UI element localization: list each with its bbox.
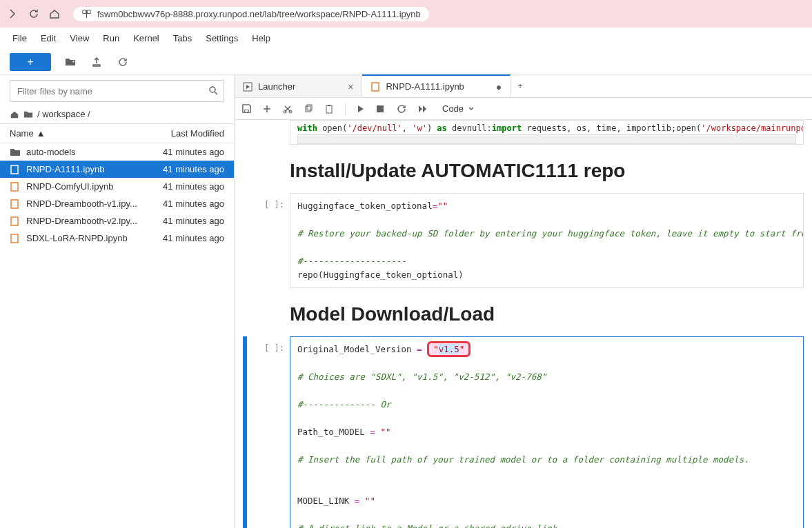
notebook-icon — [10, 234, 21, 243]
tab-launcher[interactable]: Launcher × — [235, 74, 362, 97]
menu-tabs[interactable]: Tabs — [166, 30, 199, 46]
file-name: RNPD-Dreambooth-v1.ipy... — [26, 199, 137, 209]
breadcrumb[interactable]: / workspace / — [0, 105, 234, 123]
new-tab-button[interactable]: + — [511, 74, 530, 97]
horizontal-scrollbar[interactable] — [297, 134, 796, 144]
restart-icon[interactable] — [397, 104, 408, 114]
cut-icon[interactable] — [283, 104, 294, 114]
svg-rect-7 — [11, 183, 18, 191]
copy-icon[interactable] — [304, 104, 315, 114]
tab-bar: Launcher × RNPD-A1111.ipynb ● + — [235, 74, 812, 98]
col-name[interactable]: Name ▲ — [10, 128, 46, 139]
svg-point-4 — [210, 87, 215, 92]
file-browser: / workspace / Name ▲ Last Modified auto-… — [0, 74, 235, 528]
menu-file[interactable]: File — [6, 30, 34, 46]
notebook-icon — [10, 199, 21, 209]
cell-code-snippet[interactable]: with open('/dev/null', 'w') as devnull:i… — [290, 120, 804, 145]
cell-type-selector[interactable]: Code — [442, 103, 475, 114]
dirty-indicator-icon[interactable]: ● — [496, 81, 502, 92]
code-cell-active[interactable]: [ ]: Original_Model_Version = "v1.5" # C… — [243, 336, 804, 528]
file-modified: 41 minutes ago — [163, 164, 224, 174]
folder-icon — [23, 110, 33, 119]
svg-rect-1 — [87, 10, 90, 13]
menu-edit[interactable]: Edit — [34, 30, 63, 46]
cell-input[interactable]: Huggingface_token_optional="" # Restore … — [290, 193, 804, 288]
file-row[interactable]: RNPD-ComfyUI.ipynb41 minutes ago — [0, 178, 234, 195]
url-bar[interactable]: fswm0bcbwwv76p-8888.proxy.runpod.net/lab… — [73, 7, 429, 21]
refresh-icon[interactable] — [116, 55, 130, 69]
notebook-icon — [370, 82, 380, 92]
svg-line-5 — [215, 92, 217, 94]
file-modified: 41 minutes ago — [163, 199, 224, 209]
cell-prompt: [ ]: — [247, 336, 290, 528]
heading-install: Install/Update AUTOMATIC1111 repo — [290, 160, 804, 182]
launcher-icon — [243, 82, 252, 92]
search-icon — [208, 85, 219, 96]
browser-bar: fswm0bcbwwv76p-8888.proxy.runpod.net/lab… — [0, 0, 812, 28]
file-row[interactable]: auto-models41 minutes ago — [0, 143, 234, 161]
work-area: Launcher × RNPD-A1111.ipynb ● + Cod — [235, 74, 812, 528]
svg-rect-20 — [377, 105, 384, 112]
forward-icon[interactable] — [7, 8, 19, 20]
col-modified[interactable]: Last Modified — [171, 128, 224, 139]
file-row[interactable]: RNPD-Dreambooth-v1.ipy...41 minutes ago — [0, 195, 234, 212]
tab-notebook[interactable]: RNPD-A1111.ipynb ● — [362, 74, 511, 97]
upload-icon[interactable] — [90, 55, 103, 69]
tab-label: RNPD-A1111.ipynb — [386, 81, 464, 92]
code-cell[interactable]: [ ]: Huggingface_token_optional="" # Res… — [243, 193, 804, 288]
svg-rect-9 — [11, 217, 18, 225]
svg-rect-16 — [306, 106, 310, 112]
file-modified: 41 minutes ago — [163, 233, 224, 243]
file-name: SDXL-LoRA-RNPD.ipynb — [26, 233, 128, 243]
notebook-body: with open('/dev/null', 'w') as devnull:i… — [235, 120, 812, 528]
menu-view[interactable]: View — [63, 30, 96, 46]
paste-icon[interactable] — [324, 104, 335, 114]
file-row[interactable]: RNPD-A1111.ipynb41 minutes ago — [0, 161, 234, 178]
run-all-icon[interactable] — [417, 104, 428, 114]
notebook-toolbar: Code — [235, 98, 812, 120]
file-list: auto-models41 minutes agoRNPD-A1111.ipyn… — [0, 143, 234, 247]
tab-label: Launcher — [258, 81, 295, 92]
breadcrumb-text: / workspace / — [37, 109, 90, 119]
svg-rect-19 — [328, 105, 330, 106]
home-icon[interactable] — [48, 8, 61, 20]
file-modified: 41 minutes ago — [163, 181, 224, 192]
file-name: RNPD-Dreambooth-v2.ipy... — [26, 216, 137, 226]
close-icon[interactable]: × — [348, 81, 353, 92]
file-name: RNPD-ComfyUI.ipynb — [26, 181, 113, 192]
run-icon[interactable] — [355, 104, 366, 114]
file-row[interactable]: SDXL-LoRA-RNPD.ipynb41 minutes ago — [0, 230, 234, 247]
svg-rect-18 — [326, 105, 332, 113]
svg-text:+: + — [72, 59, 75, 65]
url-text: fswm0bcbwwv76p-8888.proxy.runpod.net/lab… — [97, 9, 421, 19]
svg-rect-17 — [307, 105, 312, 110]
add-cell-icon[interactable] — [262, 104, 273, 114]
reload-icon[interactable] — [28, 8, 40, 20]
cell-input[interactable]: Original_Model_Version = "v1.5" # Choice… — [290, 336, 804, 528]
notebook-icon — [10, 216, 21, 226]
new-folder-icon[interactable]: + — [63, 55, 77, 69]
folder-icon — [10, 148, 21, 157]
menu-help[interactable]: Help — [245, 30, 277, 46]
home-folder-icon — [10, 110, 19, 119]
file-name: auto-models — [26, 147, 76, 157]
filter-input[interactable] — [10, 80, 224, 102]
file-modified: 41 minutes ago — [163, 216, 224, 226]
menu-kernel[interactable]: Kernel — [126, 30, 166, 46]
cell-prompt: [ ]: — [247, 193, 290, 288]
file-name: RNPD-A1111.ipynb — [26, 164, 104, 174]
chevron-down-icon — [468, 105, 475, 112]
svg-rect-10 — [11, 234, 18, 243]
svg-rect-6 — [11, 165, 18, 174]
svg-rect-8 — [11, 200, 18, 208]
new-launcher-button[interactable]: + — [10, 53, 51, 71]
file-modified: 41 minutes ago — [163, 147, 224, 157]
menu-settings[interactable]: Settings — [199, 30, 245, 46]
site-settings-icon — [81, 9, 92, 19]
save-icon[interactable] — [241, 103, 252, 114]
stop-icon[interactable] — [376, 105, 387, 113]
file-toolbar: + + — [0, 50, 812, 74]
svg-rect-12 — [372, 83, 379, 91]
menu-run[interactable]: Run — [96, 30, 126, 46]
file-row[interactable]: RNPD-Dreambooth-v2.ipy...41 minutes ago — [0, 212, 234, 230]
